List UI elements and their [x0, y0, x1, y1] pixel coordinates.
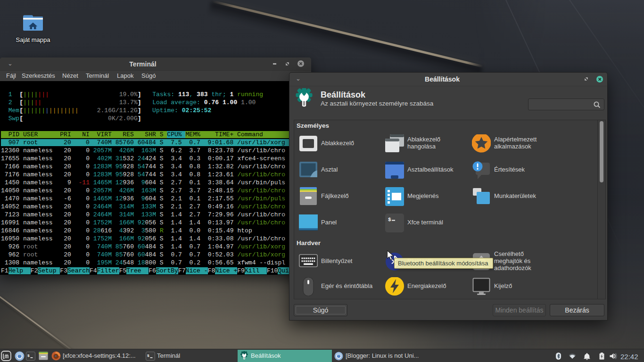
- svg-text:$: $: [147, 354, 149, 358]
- svg-text:$: $: [388, 217, 391, 222]
- svg-text:$: $: [27, 354, 30, 358]
